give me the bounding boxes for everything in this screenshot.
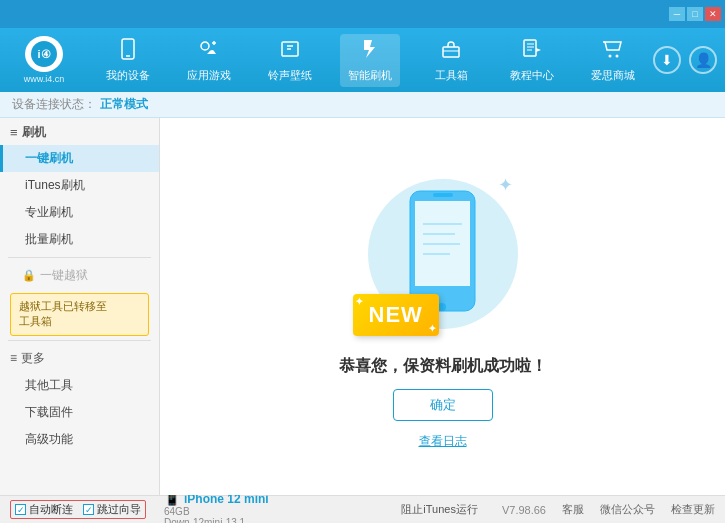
bottom-left: 自动断连 跳过向导 📱 iPhone 12 mini 64GB Down-12m… (10, 491, 269, 523)
logo-url: www.i4.cn (24, 74, 65, 84)
window-controls[interactable]: ─ □ ✕ (669, 7, 721, 21)
nav-tutorial-label: 教程中心 (510, 68, 554, 83)
daily-link[interactable]: 查看日志 (419, 433, 467, 450)
auto-disconnect-checkbox[interactable] (15, 504, 26, 515)
tutorial-icon (521, 38, 543, 65)
logo[interactable]: i④ www.i4.cn (8, 36, 80, 84)
sidebar-pro-label: 专业刷机 (25, 205, 73, 219)
checkbox-skip-wizard[interactable]: 跳过向导 (83, 502, 141, 517)
ringtone-icon (279, 38, 301, 65)
sidebar-item-tools[interactable]: 其他工具 (0, 372, 159, 399)
svg-rect-8 (443, 47, 459, 57)
bottom-bar: 自动断连 跳过向导 📱 iPhone 12 mini 64GB Down-12m… (0, 495, 725, 523)
main-layout: ≡ 刷机 一键刷机 iTunes刷机 专业刷机 批量刷机 🔒 一键越狱 越狱工具… (0, 118, 725, 495)
nav-apps-label: 应用游戏 (187, 68, 231, 83)
sidebar-item-onekey[interactable]: 一键刷机 (0, 145, 159, 172)
apps-icon (198, 38, 220, 65)
sidebar-itunes-label: iTunes刷机 (25, 178, 85, 192)
device-model: Down-12mini-13,1 (164, 517, 269, 523)
sidebar-section-flash: ≡ 刷机 (0, 118, 159, 145)
phone-illustration: ✦ NEW (363, 164, 523, 344)
nav-my-device-label: 我的设备 (106, 68, 150, 83)
status-value: 正常模式 (100, 96, 148, 113)
nav-flash[interactable]: 智能刷机 (340, 34, 400, 87)
checkbox-auto-disconnect[interactable]: 自动断连 (15, 502, 73, 517)
nav-flash-label: 智能刷机 (348, 68, 392, 83)
title-bar: ─ □ ✕ (0, 0, 725, 28)
sidebar-section-jailbreak: 🔒 一键越狱 (0, 262, 159, 289)
nav-apps[interactable]: 应用游戏 (179, 34, 239, 87)
svg-point-17 (438, 303, 446, 311)
sidebar: ≡ 刷机 一键刷机 iTunes刷机 专业刷机 批量刷机 🔒 一键越狱 越狱工具… (0, 118, 160, 495)
sparkle-icon: ✦ (498, 174, 513, 196)
minimize-button[interactable]: ─ (669, 7, 685, 21)
nav-my-device[interactable]: 我的设备 (98, 34, 158, 87)
sidebar-flash-label: 刷机 (22, 124, 46, 141)
wechat-link[interactable]: 微信公众号 (600, 502, 655, 517)
more-section-icon: ≡ (10, 351, 17, 365)
sidebar-batch-label: 批量刷机 (25, 232, 73, 246)
itunes-button[interactable]: 阻止iTunes运行 (393, 502, 486, 517)
skip-wizard-label: 跳过向导 (97, 502, 141, 517)
advanced-label: 高级功能 (25, 432, 73, 446)
sidebar-item-firmware[interactable]: 下载固件 (0, 399, 159, 426)
maximize-button[interactable]: □ (687, 7, 703, 21)
download-button[interactable]: ⬇ (653, 46, 681, 74)
device-info: 📱 iPhone 12 mini 64GB Down-12mini-13,1 (164, 491, 269, 523)
sidebar-divider-2 (8, 340, 151, 341)
more-label: 更多 (21, 350, 45, 367)
confirm-button[interactable]: 确定 (393, 389, 493, 421)
svg-point-12 (615, 54, 618, 57)
version-text: V7.98.66 (502, 504, 546, 516)
logo-icon: i④ (25, 36, 63, 72)
sidebar-item-batch[interactable]: 批量刷机 (0, 226, 159, 253)
status-label: 设备连接状态： (12, 96, 96, 113)
toolbox-icon (440, 38, 462, 65)
svg-rect-10 (524, 40, 536, 56)
user-button[interactable]: 👤 (689, 46, 717, 74)
sidebar-section-more: ≡ 更多 (0, 345, 159, 372)
svg-rect-16 (433, 193, 453, 197)
device-storage: 64GB (164, 506, 269, 517)
celebration-area: ✦ NEW 恭喜您，保资料刷机成功啦！ (339, 164, 547, 450)
flash-icon (359, 38, 381, 65)
support-link[interactable]: 客服 (562, 502, 584, 517)
sidebar-divider-1 (8, 257, 151, 258)
skip-wizard-checkbox[interactable] (83, 504, 94, 515)
nav-items: 我的设备 应用游戏 铃声壁纸 智能刷机 工具箱 (88, 34, 653, 87)
svg-point-11 (608, 54, 611, 57)
flash-section-icon: ≡ (10, 125, 18, 140)
svg-point-4 (201, 42, 209, 50)
itunes-label: 阻止iTunes运行 (401, 502, 478, 517)
new-badge: NEW (353, 294, 439, 336)
nav-toolbox[interactable]: 工具箱 (421, 34, 481, 87)
sidebar-notice: 越狱工具已转移至工具箱 (10, 293, 149, 336)
nav-tutorial[interactable]: 教程中心 (502, 34, 562, 87)
nav-shop[interactable]: 爱思商城 (583, 34, 643, 87)
firmware-label: 下载固件 (25, 405, 73, 419)
notice-text: 越狱工具已转移至工具箱 (19, 300, 107, 327)
checkbox-area: 自动断连 跳过向导 (10, 500, 146, 519)
sidebar-item-advanced[interactable]: 高级功能 (0, 426, 159, 453)
sidebar-onekey-label: 一键刷机 (25, 151, 73, 165)
phone-icon (117, 38, 139, 65)
nav-ringtone[interactable]: 铃声壁纸 (260, 34, 320, 87)
close-button[interactable]: ✕ (705, 7, 721, 21)
nav-toolbox-label: 工具箱 (435, 68, 468, 83)
content-area: ✦ NEW 恭喜您，保资料刷机成功啦！ (160, 118, 725, 495)
tools-label: 其他工具 (25, 378, 73, 392)
top-nav: i④ www.i4.cn 我的设备 应用游戏 铃声壁纸 (0, 28, 725, 92)
nav-shop-label: 爱思商城 (591, 68, 635, 83)
shop-icon (602, 38, 624, 65)
svg-text:i④: i④ (37, 48, 50, 60)
sidebar-item-itunes[interactable]: iTunes刷机 (0, 172, 159, 199)
success-text: 恭喜您，保资料刷机成功啦！ (339, 356, 547, 377)
auto-disconnect-label: 自动断连 (29, 502, 73, 517)
bottom-right: 阻止iTunes运行 V7.98.66 客服 微信公众号 检查更新 (393, 502, 715, 517)
jailbreak-label: 一键越狱 (40, 267, 88, 284)
status-bar: 设备连接状态： 正常模式 (0, 92, 725, 118)
nav-right-controls: ⬇ 👤 (653, 46, 717, 74)
sidebar-item-pro[interactable]: 专业刷机 (0, 199, 159, 226)
nav-ringtone-label: 铃声壁纸 (268, 68, 312, 83)
update-link[interactable]: 检查更新 (671, 502, 715, 517)
